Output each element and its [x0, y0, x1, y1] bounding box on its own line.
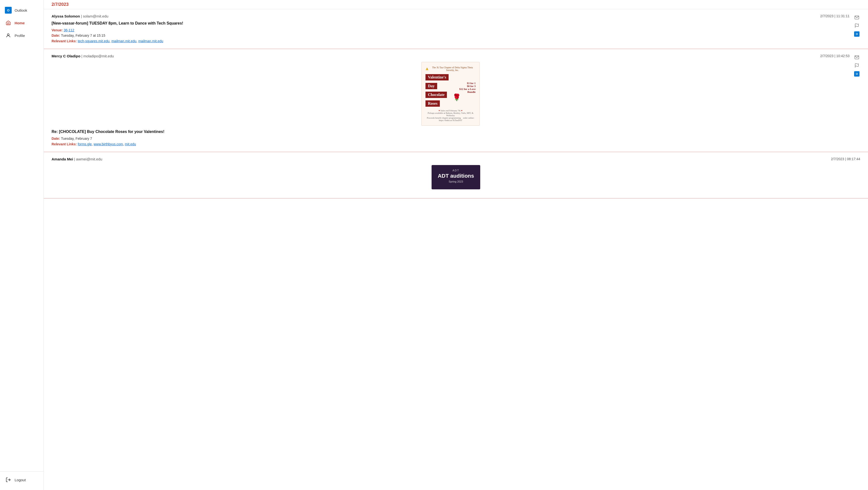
sender-separator-2: | moladipo@mit.edu: [82, 54, 114, 58]
relevant-link-1[interactable]: tech-squares.mit.edu: [78, 39, 110, 43]
valentines-line-3: Chocolate: [426, 92, 447, 98]
rose-icon: 🌹: [453, 93, 461, 101]
email-header-2: Mercy C Oladipo | moladipo@mit.edu 2/7/2…: [52, 54, 849, 58]
sidebar-label-home: Home: [14, 21, 25, 25]
email-actions-2: O: [854, 54, 860, 147]
outlook-action-icon-1[interactable]: O: [854, 31, 860, 37]
date-header: 2/7/2023: [44, 0, 868, 9]
valentines-text: Valentine's Day Chocolate Roses: [426, 73, 448, 107]
valentines-org-header: ⚠️ The Xi Tau Chapter of Delta Sigma The…: [426, 66, 475, 71]
email-main-1: Alyssa Solomon | solam@mit.edu 2/7/2023 …: [52, 14, 849, 44]
sidebar-bottom: Logout: [0, 471, 43, 486]
valentines-line-4: Roses: [426, 100, 440, 107]
logout-icon: [5, 477, 12, 483]
logout-label: Logout: [14, 478, 26, 482]
valentines-image-container: ⚠️ The Xi Tau Chapter of Delta Sigma The…: [52, 62, 849, 126]
price-line-3: $12 for a Love Bundle: [451, 88, 475, 93]
sidebar-label-outlook: Outlook: [14, 8, 27, 12]
email-body-1: Venue: 36-112 Date: Tuesday, February 7 …: [52, 28, 849, 44]
email-main-3: Amanda Mei | awmei@mit.edu 2/7/2023 | 08…: [52, 157, 860, 193]
email-subject-2: Re: [CHOCOLATE] Buy Chocolate Roses for …: [52, 130, 849, 134]
relevant-link-6[interactable]: mit.edu: [125, 142, 136, 146]
relevant-link-4[interactable]: forms.gle: [78, 142, 92, 146]
price-line-1: $3 for 1: [451, 81, 475, 85]
email-card-2: Mercy C Oladipo | moladipo@mit.edu 2/7/2…: [44, 49, 868, 152]
sender-name-1: Alyssa Solomon: [52, 14, 80, 18]
home-icon: [5, 20, 12, 26]
sender-separator-3: | awmei@mit.edu: [74, 157, 102, 161]
warning-icon: ⚠️: [426, 68, 428, 70]
outlook-action-icon-2[interactable]: O: [854, 70, 860, 77]
body-line-date: Date: Tuesday, February 7 at 15:15: [52, 33, 849, 38]
valentines-order: Proceeds benefit chapter programming ord…: [426, 117, 475, 122]
sender-name-2: Mercy C Oladipo: [52, 54, 80, 58]
email-timestamp-1: 2/7/2023 | 11:31:11: [820, 14, 849, 18]
valentines-card: ⚠️ The Xi Tau Chapter of Delta Sigma The…: [421, 62, 480, 126]
outlook-icon: O: [5, 7, 12, 13]
email-header-3: Amanda Mei | awmei@mit.edu 2/7/2023 | 08…: [52, 157, 860, 161]
body-line-links: Relevant Links: tech-squares.mit.edu, ma…: [52, 38, 849, 44]
valentines-footer: ♥ Sales end February 7th ♥ Pickups avail…: [426, 109, 475, 122]
svg-point-0: [7, 34, 9, 35]
logout-button[interactable]: Logout: [0, 473, 43, 486]
profile-icon: [5, 32, 12, 39]
body-line-links-2: Relevant Links: forms.gle, www.birthbyus…: [52, 141, 849, 147]
email-timestamp-3: 2/7/2023 | 08:17:44: [831, 157, 860, 161]
valentines-pickup: Pickups available at Babson, Bentley, Tu…: [426, 112, 475, 117]
sender-name-3: Amanda Mei: [52, 157, 73, 161]
email-sender-2: Mercy C Oladipo | moladipo@mit.edu: [52, 54, 114, 58]
email-body-2: Date: Tuesday, February 7 Relevant Links…: [52, 136, 849, 147]
email-card: Alyssa Solomon | solam@mit.edu 2/7/2023 …: [44, 9, 868, 49]
adt-label: ADT: [435, 169, 476, 172]
email-card-3: Amanda Mei | awmei@mit.edu 2/7/2023 | 08…: [44, 152, 868, 199]
sidebar-item-profile[interactable]: Profile: [0, 29, 43, 42]
sidebar-item-outlook[interactable]: O Outlook: [0, 4, 43, 17]
relevant-link-2[interactable]: mailman.mit.edu: [112, 39, 136, 43]
email-sender-1: Alyssa Solomon | solam@mit.edu: [52, 14, 108, 18]
email-row-2: Mercy C Oladipo | moladipo@mit.edu 2/7/2…: [52, 54, 860, 147]
flag-icon-2[interactable]: [854, 62, 860, 69]
adt-card: ADT ADT auditions Spring 2023: [432, 165, 480, 189]
adt-sub: Spring 2023: [435, 180, 476, 183]
sidebar: O Outlook Home Profile: [0, 0, 44, 490]
email-main-2: Mercy C Oladipo | moladipo@mit.edu 2/7/2…: [52, 54, 849, 147]
email-subject-1: [New-vassar-forum] TUESDAY 8pm, Learn to…: [52, 21, 849, 26]
email-list: 2/7/2023 Alyssa Solomon | solam@mit.edu …: [44, 0, 868, 490]
body-line-venue: Venue: 36-112: [52, 28, 849, 33]
valentines-body: Valentine's Day Chocolate Roses $3 for 1…: [426, 73, 475, 107]
sidebar-item-home[interactable]: Home: [0, 17, 43, 29]
envelope-icon-1[interactable]: [854, 14, 860, 21]
email-header-1: Alyssa Solomon | solam@mit.edu 2/7/2023 …: [52, 14, 849, 18]
valentines-prices: $3 for 1 $8 for 3 $12 for a Love Bundle: [451, 81, 475, 93]
valentines-line-1: Valentine's: [426, 74, 448, 80]
adt-image-container: ADT ADT auditions Spring 2023: [52, 165, 860, 189]
venue-link[interactable]: 36-112: [64, 28, 74, 32]
valentines-right-col: $3 for 1 $8 for 3 $12 for a Love Bundle …: [451, 73, 475, 107]
price-line-2: $8 for 3: [451, 85, 475, 88]
email-actions-1: O: [854, 14, 860, 44]
flag-icon-1[interactable]: [854, 22, 860, 29]
valentines-line-2: Day: [426, 83, 437, 89]
heart-left: ♥ Sales end February 7th ♥: [426, 109, 475, 112]
body-line-date-2: Date: Tuesday, February 7: [52, 136, 849, 141]
sender-separator-1: | solam@mit.edu: [81, 14, 108, 18]
email-row-3: Amanda Mei | awmei@mit.edu 2/7/2023 | 08…: [52, 157, 860, 193]
sidebar-label-profile: Profile: [14, 34, 25, 38]
adt-title: ADT auditions: [435, 173, 476, 179]
envelope-icon-2[interactable]: [854, 54, 860, 61]
email-timestamp-2: 2/7/2023 | 10:42:53: [820, 54, 849, 58]
email-sender-3: Amanda Mei | awmei@mit.edu: [52, 157, 102, 161]
relevant-link-3[interactable]: mailman.mit.edu: [138, 39, 163, 43]
email-row: Alyssa Solomon | solam@mit.edu 2/7/2023 …: [52, 14, 860, 44]
relevant-link-5[interactable]: www.birthbyus.com: [94, 142, 123, 146]
